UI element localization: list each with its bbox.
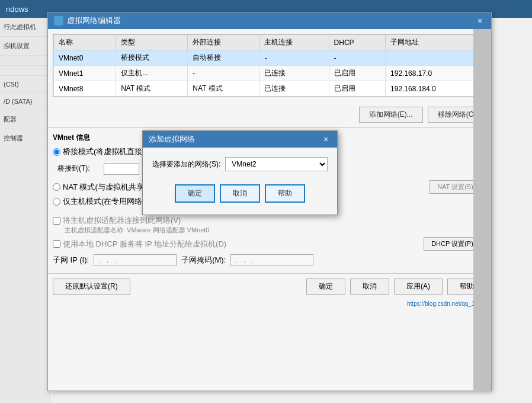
- dialog-select-label: 选择要添加的网络(S):: [152, 159, 220, 169]
- add-network-dialog: 添加虚拟网络 × 选择要添加的网络(S): VMnet2VMnet3VMnet4…: [142, 130, 338, 215]
- dialog-select-row: 选择要添加的网络(S): VMnet2VMnet3VMnet4VMnet5: [152, 157, 328, 171]
- dialog-help-button[interactable]: 帮助: [265, 184, 305, 203]
- dialog-button-row: 确定 取消 帮助: [152, 180, 328, 205]
- dialog-close-button[interactable]: ×: [321, 134, 331, 145]
- dialog-ok-button[interactable]: 确定: [175, 184, 215, 203]
- dialog-titlebar: 添加虚拟网络 ×: [143, 131, 337, 148]
- dialog-overlay: 添加虚拟网络 × 选择要添加的网络(S): VMnet2VMnet3VMnet4…: [0, 0, 532, 403]
- dialog-cancel-button[interactable]: 取消: [220, 184, 260, 203]
- network-select[interactable]: VMnet2VMnet3VMnet4VMnet5: [225, 157, 328, 171]
- dialog-body: 选择要添加的网络(S): VMnet2VMnet3VMnet4VMnet5 确定…: [143, 148, 337, 215]
- dialog-title: 添加虚拟网络: [149, 134, 195, 145]
